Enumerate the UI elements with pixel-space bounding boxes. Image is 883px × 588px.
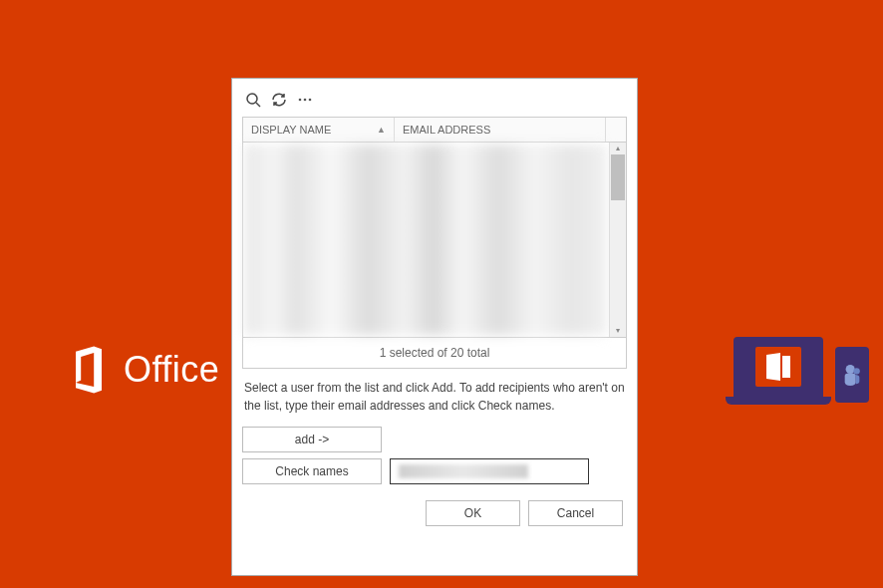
column-label: DISPLAY NAME	[251, 124, 331, 136]
dialog-toolbar	[242, 87, 627, 117]
select-user-dialog: DISPLAY NAME ▲ EMAIL ADDRESS ▴ ▾ 1 selec…	[231, 78, 638, 576]
phone-icon	[835, 347, 869, 403]
selection-status: 1 selected of 20 total	[242, 338, 627, 369]
svg-point-1	[853, 368, 859, 374]
table-header: DISPLAY NAME ▲ EMAIL ADDRESS	[242, 117, 627, 143]
svg-line-3	[256, 103, 260, 107]
user-list-body[interactable]	[245, 145, 607, 335]
ok-button[interactable]: OK	[426, 500, 520, 526]
column-header-spacer	[606, 118, 626, 142]
sort-ascending-icon: ▲	[377, 125, 386, 135]
check-names-button[interactable]: Check names	[242, 458, 382, 484]
column-label: EMAIL ADDRESS	[403, 124, 490, 136]
laptop-icon	[734, 337, 823, 397]
powerpoint-icon	[762, 351, 794, 383]
column-header-email[interactable]: EMAIL ADDRESS	[395, 118, 606, 142]
scroll-thumb[interactable]	[611, 154, 625, 200]
scrollbar[interactable]: ▴ ▾	[609, 143, 626, 337]
add-button[interactable]: add ->	[242, 427, 382, 452]
email-input[interactable]	[390, 458, 589, 484]
refresh-icon[interactable]	[270, 91, 288, 109]
user-list[interactable]: ▴ ▾	[242, 143, 627, 338]
search-icon[interactable]	[244, 91, 262, 109]
more-options-icon[interactable]	[296, 91, 314, 109]
teams-icon	[841, 362, 863, 388]
svg-point-0	[846, 365, 855, 374]
scroll-down-icon[interactable]: ▾	[610, 325, 626, 337]
svg-point-6	[309, 99, 312, 102]
office-icon	[68, 344, 110, 396]
svg-point-2	[247, 94, 257, 104]
scroll-up-icon[interactable]: ▴	[610, 143, 626, 154]
office-logo: Office 3	[68, 344, 250, 396]
cancel-button[interactable]: Cancel	[528, 500, 623, 526]
column-header-display-name[interactable]: DISPLAY NAME ▲	[243, 118, 395, 142]
svg-point-5	[304, 99, 307, 102]
instructions-text: Select a user from the list and click Ad…	[242, 369, 627, 427]
svg-point-4	[299, 99, 302, 102]
